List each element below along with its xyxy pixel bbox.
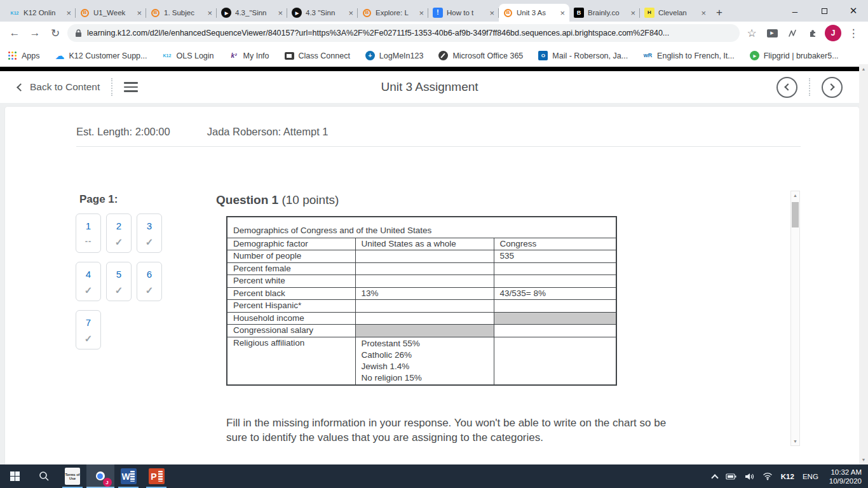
extensions-puzzle-icon[interactable]: [804, 25, 821, 41]
close-tab-icon[interactable]: ×: [701, 9, 706, 17]
question-button-1[interactable]: 1--: [76, 214, 101, 253]
bookmark-item[interactable]: ☁K12 Customer Supp...: [55, 51, 147, 60]
browser-tab[interactable]: ▶4.3_"Sinn×: [217, 4, 287, 22]
bookmark-label: Mail - Roberson, Ja...: [552, 51, 628, 60]
close-tab-icon[interactable]: ×: [278, 9, 283, 17]
browser-tab[interactable]: BUnit 3 As×: [499, 4, 569, 22]
close-window-button[interactable]: ✕: [839, 0, 868, 22]
table-cell: [494, 300, 616, 313]
est-length-label: Est. Length: 2:00:00: [76, 126, 170, 138]
bookmark-item[interactable]: +LogMeIn123: [365, 51, 424, 60]
close-tab-icon[interactable]: ×: [348, 9, 353, 17]
close-tab-icon[interactable]: ×: [630, 9, 635, 17]
bookmark-label: LogMeIn123: [379, 51, 424, 60]
close-tab-icon[interactable]: ×: [489, 9, 494, 17]
bookmark-item[interactable]: Microsoft Office 365: [438, 51, 523, 60]
battery-icon[interactable]: [726, 472, 736, 481]
taskbar-clock[interactable]: 10:32 AM 10/9/2020: [827, 468, 862, 485]
signature-extension-icon[interactable]: [784, 25, 801, 41]
tray-chevron-up-icon[interactable]: [711, 474, 718, 481]
table-header-cell: United States as a whole: [355, 238, 494, 250]
back-to-content-link[interactable]: Back to Content: [18, 81, 100, 93]
window-scrollbar[interactable]: ▲ ▼: [859, 64, 868, 464]
browser-tab[interactable]: B1. Subjec×: [146, 4, 217, 22]
previous-page-button[interactable]: [776, 77, 797, 98]
question-button-2[interactable]: 2✓: [106, 214, 132, 253]
browser-titlebar: K12K12 Onlin×BU1_Week×B1. Subjec×▶4.3_"S…: [0, 0, 868, 22]
back-icon[interactable]: ←: [6, 25, 23, 41]
close-tab-icon[interactable]: ×: [66, 9, 71, 17]
forward-icon[interactable]: →: [27, 25, 43, 41]
chrome-menu-icon[interactable]: ⋮: [845, 25, 862, 41]
bookmark-item[interactable]: wREnglish to French, It...: [643, 51, 735, 60]
taskbar-app-word[interactable]: W: [114, 464, 142, 488]
close-tab-icon[interactable]: ×: [560, 9, 565, 17]
bookmark-item[interactable]: k²My Info: [229, 51, 269, 60]
browser-tab[interactable]: ▶4.3 "Sinn×: [287, 4, 358, 22]
lmi-icon: +: [365, 51, 375, 60]
bookmark-item[interactable]: OMail - Roberson, Ja...: [538, 51, 628, 60]
word-icon: W: [121, 468, 137, 484]
next-page-button[interactable]: [822, 77, 843, 98]
close-tab-icon[interactable]: ×: [137, 9, 142, 17]
tray-k12-label[interactable]: K12: [781, 473, 794, 480]
table-header-cell: Demographic factor: [227, 238, 355, 250]
menu-hamburger-icon[interactable]: [124, 82, 138, 92]
scrollbar-thumb[interactable]: [792, 202, 799, 227]
start-button[interactable]: [0, 464, 29, 488]
language-indicator[interactable]: ENG: [803, 473, 818, 480]
search-button[interactable]: [29, 464, 58, 488]
browser-tab[interactable]: !How to t×: [428, 4, 499, 22]
bookmark-label: My Info: [243, 51, 269, 60]
reload-icon[interactable]: ↻: [47, 25, 64, 41]
question-button-3[interactable]: 3✓: [137, 214, 162, 253]
scroll-up-icon[interactable]: ▲: [859, 67, 868, 71]
question-button-4[interactable]: 4✓: [76, 262, 101, 301]
taskbar-app-powerpoint[interactable]: P: [142, 464, 170, 488]
table-cell: [355, 325, 494, 337]
maximize-button[interactable]: [810, 0, 839, 22]
table-row: Number of people535: [227, 250, 616, 263]
taskbar-app-chrome[interactable]: J: [86, 464, 114, 488]
browser-tab[interactable]: BU1_Week×: [76, 4, 146, 22]
bookmark-item[interactable]: Class Connect: [285, 51, 350, 60]
question-button-7[interactable]: 7✓: [76, 310, 101, 349]
bookmark-item[interactable]: ▶Flipgrid | brubaker5...: [750, 51, 839, 60]
table-cell: [494, 337, 616, 385]
address-bar[interactable]: learning.k12.com/d2l/le/enhancedSequence…: [67, 24, 740, 42]
table-cell: [355, 300, 494, 313]
new-tab-button[interactable]: +: [710, 4, 728, 22]
close-tab-icon[interactable]: ×: [419, 9, 424, 17]
tab-title: 4.3_"Sinn: [235, 9, 274, 17]
close-tab-icon[interactable]: ×: [207, 9, 212, 17]
taskbar-app-terms-of-use[interactable]: Terms of Use: [58, 464, 86, 488]
browser-tab[interactable]: HClevelan×: [640, 4, 710, 22]
wifi-icon[interactable]: [763, 472, 773, 480]
powerpoint-icon: P: [149, 468, 165, 484]
clock-date: 10/9/2020: [829, 477, 862, 485]
browser-tab[interactable]: BBrainly.co×: [569, 4, 640, 22]
speaker-icon[interactable]: [745, 472, 754, 481]
minimize-button[interactable]: –: [780, 0, 810, 22]
content-scrollbar[interactable]: ▲ ▼: [790, 191, 800, 446]
bookmark-item[interactable]: Apps: [8, 51, 40, 60]
quiz-card: Est. Length: 2:00:00 Jada Roberson: Atte…: [5, 107, 859, 464]
scroll-down-icon[interactable]: ▼: [859, 458, 868, 462]
bookmark-star-icon[interactable]: ☆: [743, 25, 760, 41]
question-title: Question 1 (10 points): [216, 193, 339, 207]
browser-tab[interactable]: BExplore: L×: [358, 4, 428, 22]
bookmark-item[interactable]: K12OLS Login: [162, 51, 214, 60]
cloud-icon: ☁: [55, 51, 65, 60]
chrome-profile-badge: J: [103, 478, 112, 487]
browser-tab[interactable]: K12K12 Onlin×: [5, 4, 76, 22]
scroll-down-icon[interactable]: ▼: [791, 439, 799, 444]
answered-check-icon: ✓: [115, 236, 123, 248]
table-row: Percent white: [227, 275, 616, 288]
video-extension-icon[interactable]: ▶: [764, 25, 780, 41]
question-button-5[interactable]: 5✓: [106, 262, 132, 301]
bookmark-label: Flipgrid | brubaker5...: [764, 51, 839, 60]
scroll-up-icon[interactable]: ▲: [791, 193, 799, 198]
clock-time: 10:32 AM: [831, 468, 862, 476]
profile-avatar[interactable]: J: [825, 25, 841, 41]
question-button-6[interactable]: 6✓: [137, 262, 162, 301]
